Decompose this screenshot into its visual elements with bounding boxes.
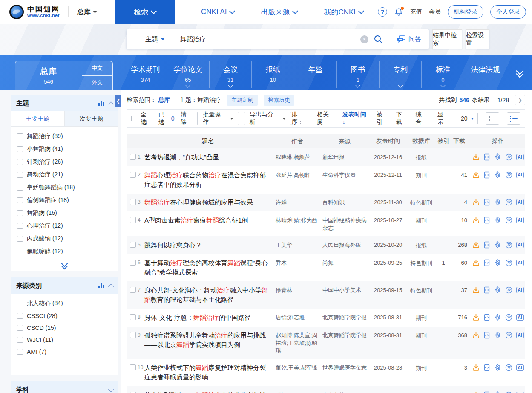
filter-checkbox[interactable] (17, 185, 23, 191)
topic-filter-item[interactable]: 舞蹈治疗 (89) (11, 130, 118, 143)
result-title-link[interactable]: A型肉毒毒素治疗瘢痕舞蹈综合征1例 (144, 216, 271, 225)
result-title-link[interactable]: 舞蹈治疗在心理健康领域的应用与效果 (144, 198, 271, 207)
db-category-报纸[interactable]: 报纸10 (251, 61, 294, 88)
ai-icon[interactable]: AI (516, 332, 524, 338)
html-read-icon[interactable] (483, 153, 490, 161)
download-icon[interactable] (472, 217, 480, 224)
tab-publish-source[interactable]: 出版来源 (261, 7, 297, 17)
result-title-link[interactable]: 跳舞何以疗愈身心？ (144, 240, 271, 250)
topic-filter-item[interactable]: 心理治疗 (12) (11, 220, 118, 232)
result-source-link[interactable]: 新华日报 (322, 153, 369, 161)
filter-checkbox[interactable] (17, 133, 23, 139)
select-all-checkbox[interactable] (131, 116, 137, 121)
cnki-logo[interactable]: 中国知网 www.cnki.net (9, 5, 60, 19)
db-category-会议[interactable]: 会议31 (209, 61, 252, 88)
result-authors[interactable]: 程晓琳;杨频萍 (271, 153, 322, 161)
html-read-icon[interactable] (483, 286, 490, 294)
download-icon[interactable] (472, 153, 480, 161)
filter-checkbox[interactable] (17, 236, 23, 242)
favorite-icon[interactable] (494, 286, 501, 294)
result-authors[interactable]: 乔木 (271, 258, 322, 267)
result-source-link[interactable]: 中国中小学美术 (322, 286, 369, 294)
result-authors[interactable]: 赵知博;陈棐宣;周祐瑄;王嘉欣;陈昭琪 (271, 331, 322, 355)
result-title-link[interactable]: 从个体到群体——舞蹈治疗在特殊教育与社会支持体系中的实践探索 (144, 390, 271, 393)
search-history-button[interactable]: 检索历史 (264, 95, 294, 106)
favorite-icon[interactable] (494, 314, 501, 321)
favorite-icon[interactable] (494, 364, 501, 371)
db-tab-total[interactable]: 总库 546 中文 外文 (15, 61, 113, 90)
topic-filter-item[interactable]: 偏侧舞蹈症 (18) (11, 194, 118, 207)
favorite-icon[interactable] (494, 171, 501, 179)
quote-icon[interactable] (505, 199, 512, 206)
topic-filter-item[interactable]: 丙戊酸钠 (12) (11, 232, 118, 245)
row-checkbox[interactable] (130, 217, 136, 223)
download-icon[interactable] (472, 241, 480, 249)
tab-cnki-ai[interactable]: CNKI AI (201, 8, 234, 16)
quote-icon[interactable] (505, 286, 512, 294)
html-read-icon[interactable] (483, 314, 490, 321)
topic-filter-item[interactable]: 小舞蹈病 (41) (11, 143, 118, 156)
html-read-icon[interactable] (483, 217, 490, 224)
html-read-icon[interactable] (483, 171, 490, 179)
row-checkbox[interactable] (130, 287, 136, 293)
result-source-link[interactable]: 百科知识 (322, 198, 369, 206)
html-read-icon[interactable] (483, 364, 490, 371)
html-read-icon[interactable] (483, 332, 490, 339)
sort-option-被引[interactable]: 被引 (377, 111, 388, 126)
ai-icon[interactable]: AI (516, 242, 524, 248)
ai-icon[interactable]: AI (516, 154, 524, 160)
expand-more-icon[interactable] (11, 260, 118, 271)
result-title-link[interactable]: 人类作业模式下的舞蹈康复护理对精神分裂症患者睡眠质量的影响 (144, 363, 271, 382)
favorite-icon[interactable] (494, 332, 501, 339)
source-category-item[interactable]: CSCD (15) (11, 322, 118, 334)
tab-my-cnki[interactable]: 我的CNKI (324, 7, 363, 17)
more-categories-icon[interactable] (517, 68, 523, 74)
favorite-icon[interactable] (494, 199, 501, 206)
download-icon[interactable] (472, 391, 480, 393)
filter-checkbox[interactable] (17, 349, 23, 355)
db-category-专利[interactable]: 专利 (379, 61, 422, 88)
result-source-link[interactable]: 生命科学仪器 (322, 170, 369, 179)
search-input[interactable] (174, 36, 360, 43)
html-read-icon[interactable] (483, 259, 490, 266)
result-authors[interactable]: 徐青林 (271, 286, 322, 294)
search-in-results-button[interactable]: 结果中检索 (432, 29, 462, 49)
library-menu[interactable]: 总库 (77, 8, 97, 17)
html-read-icon[interactable] (483, 391, 490, 393)
db-category-图书[interactable]: 图书1 (336, 61, 379, 88)
download-icon[interactable] (472, 314, 480, 321)
result-source-link[interactable]: 大众文艺 (322, 390, 369, 393)
qa-button[interactable]: 问答 (389, 34, 429, 45)
favorite-icon[interactable] (494, 391, 501, 393)
sort-option-综合[interactable]: 综合 (415, 111, 427, 126)
result-authors[interactable]: 林晴;利婧;张为西 (271, 216, 322, 224)
filter-checkbox[interactable] (17, 223, 23, 229)
bar-chart-icon[interactable] (98, 283, 104, 288)
row-checkbox[interactable] (130, 242, 136, 248)
collapse-chevron-icon[interactable] (108, 101, 114, 107)
db-category-标准[interactable]: 标准0 (421, 61, 464, 88)
sort-option-相关度[interactable]: 相关度 (317, 111, 335, 126)
filter-checkbox[interactable] (17, 159, 23, 165)
ai-icon[interactable]: AI (516, 260, 524, 266)
download-icon[interactable] (472, 259, 480, 266)
filter-checkbox[interactable] (17, 210, 23, 216)
quote-icon[interactable] (505, 153, 512, 161)
row-checkbox[interactable] (130, 314, 136, 320)
filter-checkbox[interactable] (17, 249, 23, 254)
search-settings-button[interactable]: 检索设置 (466, 29, 489, 49)
search-field-selector[interactable]: 主题 (127, 35, 174, 43)
ai-icon[interactable]: AI (516, 199, 524, 205)
tab-main-topic[interactable]: 主要主题 (11, 111, 64, 126)
topic-filter-item[interactable]: 氟哌啶醇 (12) (11, 245, 118, 258)
ai-icon[interactable]: AI (516, 314, 524, 321)
source-category-item[interactable]: 北大核心 (84) (11, 297, 118, 310)
html-read-icon[interactable] (483, 241, 490, 249)
row-checkbox[interactable] (130, 199, 136, 205)
quote-icon[interactable] (505, 171, 512, 179)
quote-icon[interactable] (505, 391, 512, 393)
result-authors[interactable]: 董乾;王美;郝军锋 (271, 363, 322, 372)
next-page-button[interactable]: ❯ (515, 95, 525, 105)
tab-secondary-topic[interactable]: 次要主题 (64, 111, 118, 126)
download-icon[interactable] (472, 364, 480, 371)
